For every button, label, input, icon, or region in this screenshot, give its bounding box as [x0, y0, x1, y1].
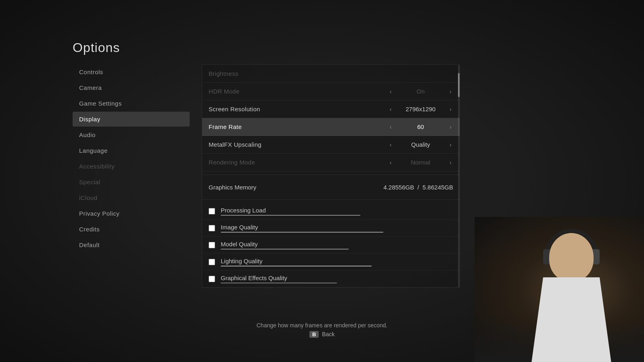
sidebar-item-controls[interactable]: Controls: [73, 64, 190, 79]
arrow-left-metalfx-upscaling[interactable]: ‹: [388, 141, 393, 148]
checkbox-label-processing-load: Processing Load: [221, 207, 453, 214]
arrow-left-frame-rate[interactable]: ‹: [388, 124, 393, 130]
setting-value-rendering-mode: Normal: [396, 159, 445, 166]
checkbox-row-processing-load[interactable]: Processing Load: [202, 203, 460, 220]
quality-bar-processing-load: [221, 215, 360, 216]
graphics-memory-value: 4.28556GB / 5.86245GB: [383, 184, 453, 191]
setting-label-brightness: Brightness: [209, 70, 453, 77]
setting-row-screen-resolution[interactable]: Screen Resolution‹2796x1290›: [202, 100, 460, 118]
sidebar-item-display[interactable]: Display: [73, 112, 190, 127]
quality-bar-image-quality: [221, 232, 383, 233]
sidebar-item-game-settings[interactable]: Game Settings: [73, 96, 190, 111]
arrow-right-metalfx-upscaling[interactable]: ›: [448, 141, 453, 148]
setting-row-rendering-mode[interactable]: Rendering Mode‹Normal›: [202, 154, 460, 171]
checkbox-model-quality[interactable]: [209, 242, 215, 248]
sidebar-item-icloud: iCloud: [73, 190, 190, 205]
arrow-right-frame-rate[interactable]: ›: [448, 124, 453, 130]
arrow-left-screen-resolution[interactable]: ‹: [388, 106, 393, 112]
setting-label-frame-rate: Frame Rate: [209, 123, 388, 130]
setting-row-metalfx-upscaling[interactable]: MetalFX Upscaling‹Quality›: [202, 136, 460, 154]
setting-row-frame-rate[interactable]: Frame Rate‹60›: [202, 118, 460, 136]
checkbox-graphical-effects-quality[interactable]: [209, 276, 215, 282]
checkbox-lighting-quality[interactable]: [209, 259, 215, 265]
webcam-overlay: [475, 217, 644, 362]
setting-value-screen-resolution: 2796x1290: [396, 106, 445, 112]
sidebar-item-audio[interactable]: Audio: [73, 127, 190, 142]
quality-bar-graphical-effects-quality: [221, 283, 337, 283]
sidebar: ControlsCameraGame SettingsDisplayAudioL…: [73, 48, 190, 362]
person-head: [549, 233, 594, 281]
arrow-right-hdr-mode[interactable]: ›: [448, 88, 453, 95]
checkbox-label-image-quality: Image Quality: [221, 224, 453, 231]
checkbox-label-lighting-quality: Lighting Quality: [221, 258, 453, 264]
sidebar-item-camera[interactable]: Camera: [73, 80, 190, 95]
sidebar-item-language[interactable]: Language: [73, 143, 190, 158]
arrow-left-hdr-mode[interactable]: ‹: [388, 88, 393, 95]
arrow-right-screen-resolution[interactable]: ›: [448, 106, 453, 112]
checkbox-label-graphical-effects-quality: Graphical Effects Quality: [221, 275, 453, 281]
hint-text: Change how many frames are rendered per …: [257, 322, 388, 329]
setting-label-rendering-mode: Rendering Mode: [209, 159, 388, 166]
person-body: [531, 277, 612, 362]
checkbox-row-image-quality[interactable]: Image Quality: [202, 220, 460, 237]
setting-row-brightness[interactable]: Brightness: [202, 65, 460, 83]
scrollbar[interactable]: [458, 65, 460, 287]
checkbox-row-model-quality[interactable]: Model Quality: [202, 237, 460, 254]
graphics-memory-row: Graphics Memory 4.28556GB / 5.86245GB: [202, 178, 460, 196]
checkbox-row-lighting-quality[interactable]: Lighting Quality: [202, 254, 460, 270]
sidebar-item-credits[interactable]: Credits: [73, 222, 190, 237]
setting-label-screen-resolution: Screen Resolution: [209, 106, 388, 112]
setting-value-metalfx-upscaling: Quality: [396, 141, 445, 148]
bottom-hint: Change how many frames are rendered per …: [257, 322, 388, 338]
sidebar-item-accessibility: Accessibility: [73, 159, 190, 174]
content-area: BrightnessHDR Mode‹On›Screen Resolution‹…: [202, 64, 460, 362]
checkbox-row-graphical-effects-quality[interactable]: Graphical Effects Quality: [202, 270, 460, 287]
quality-bar-model-quality: [221, 249, 349, 250]
back-hint: B Back: [257, 331, 388, 338]
quality-bar-lighting-quality: [221, 266, 372, 266]
checkbox-processing-load[interactable]: [209, 208, 215, 214]
checkbox-image-quality[interactable]: [209, 225, 215, 231]
arrow-right-rendering-mode[interactable]: ›: [448, 159, 453, 166]
checkbox-label-model-quality: Model Quality: [221, 241, 453, 248]
arrow-left-rendering-mode[interactable]: ‹: [388, 159, 393, 166]
setting-label-hdr-mode: HDR Mode: [209, 88, 388, 95]
sidebar-item-privacy-policy[interactable]: Privacy Policy: [73, 206, 190, 221]
sidebar-item-default[interactable]: Default: [73, 237, 190, 252]
setting-value-hdr-mode: On: [396, 88, 445, 95]
setting-row-hdr-mode[interactable]: HDR Mode‹On›: [202, 83, 460, 100]
setting-value-frame-rate: 60: [396, 123, 445, 130]
setting-label-metalfx-upscaling: MetalFX Upscaling: [209, 141, 388, 148]
sidebar-item-special: Special: [73, 175, 190, 189]
graphics-memory-label: Graphics Memory: [209, 184, 383, 191]
